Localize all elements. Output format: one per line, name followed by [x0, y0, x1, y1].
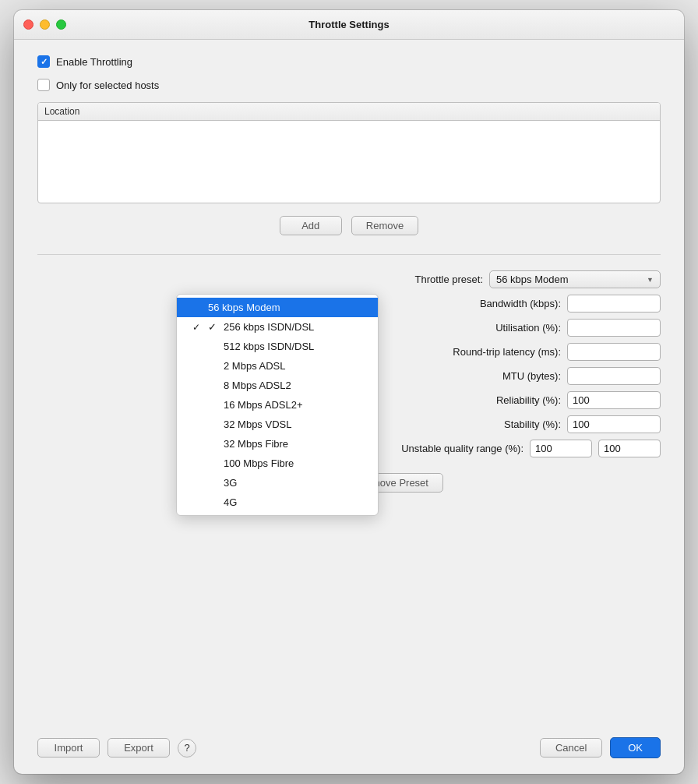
preset-dropdown-menu: 56 kbps Modem✓256 kbps ISDN/DSL512 kbps … — [176, 294, 379, 516]
table-actions: Add Remove — [37, 216, 661, 235]
reliability-input[interactable] — [567, 391, 661, 409]
latency-input[interactable] — [567, 343, 661, 361]
enable-throttling-label: Enable Throttling — [56, 56, 132, 68]
dropdown-item[interactable]: 100 Mbps Fibre — [177, 454, 378, 473]
hosts-table-body[interactable] — [38, 121, 660, 199]
utilisation-input[interactable] — [567, 319, 661, 337]
main-content: Enable Throttling Only for selected host… — [14, 40, 684, 725]
throttle-settings-window: Throttle Settings Enable Throttling Only… — [14, 10, 684, 774]
dropdown-item[interactable]: 16 Mbps ADSL2+ — [177, 395, 378, 415]
enable-throttling-checkbox[interactable] — [37, 55, 50, 68]
bandwidth-input[interactable] — [567, 295, 661, 313]
enable-throttling-row: Enable Throttling — [37, 55, 661, 68]
ok-button[interactable]: OK — [610, 737, 661, 758]
latency-label: Round-trip latency (ms): — [405, 346, 561, 358]
only-selected-hosts-label: Only for selected hosts — [56, 79, 159, 91]
throttle-preset-row: Throttle preset: 56 kbps Modem 56 kbps M… — [37, 270, 661, 288]
stability-label: Stability (%): — [405, 418, 561, 430]
title-bar: Throttle Settings — [14, 10, 684, 40]
only-selected-hosts-checkbox[interactable] — [37, 79, 50, 91]
bottom-bar: Import Export ? Cancel OK — [14, 725, 684, 774]
throttle-preset-select[interactable]: 56 kbps Modem — [489, 270, 661, 288]
unstable-quality-input1[interactable] — [530, 440, 592, 457]
only-selected-hosts-row: Only for selected hosts — [37, 79, 661, 91]
hosts-table-header: Location — [38, 103, 660, 121]
settings-area: Throttle preset: 56 kbps Modem 56 kbps M… — [37, 270, 661, 457]
mtu-input[interactable] — [567, 367, 661, 385]
bottom-left-controls: Import Export ? — [37, 738, 196, 758]
dropdown-item[interactable]: 512 kbps ISDN/DSL — [177, 337, 378, 356]
dropdown-item[interactable]: 32 Mbps Fibre — [177, 434, 378, 454]
bandwidth-label: Bandwidth (kbps): — [405, 298, 561, 309]
divider — [37, 254, 661, 255]
remove-button[interactable]: Remove — [351, 216, 418, 235]
close-button[interactable] — [23, 19, 33, 30]
cancel-button[interactable]: Cancel — [540, 738, 602, 758]
dropdown-item[interactable]: 3G — [177, 473, 378, 493]
hosts-table: Location — [37, 102, 661, 203]
export-button[interactable]: Export — [108, 738, 170, 758]
bottom-right-controls: Cancel OK — [540, 737, 661, 758]
unstable-quality-input2[interactable] — [598, 440, 661, 457]
import-button[interactable]: Import — [37, 738, 100, 758]
throttle-preset-container: 56 kbps Modem — [489, 270, 661, 288]
dropdown-item[interactable]: 4G — [177, 493, 378, 512]
help-button[interactable]: ? — [178, 739, 196, 758]
window-controls — [23, 19, 66, 30]
unstable-quality-label: Unstable quality range (%): — [368, 443, 524, 454]
dropdown-item[interactable]: 2 Mbps ADSL — [177, 356, 378, 376]
stability-input[interactable] — [567, 415, 661, 433]
dropdown-item[interactable]: 32 Mbps VDSL — [177, 415, 378, 434]
dropdown-item[interactable]: 56 kbps Modem — [177, 298, 378, 317]
location-column-header: Location — [44, 106, 79, 117]
mtu-label: MTU (bytes): — [405, 370, 561, 382]
reliability-label: Reliability (%): — [405, 394, 561, 406]
minimize-button[interactable] — [40, 19, 50, 30]
window-title: Throttle Settings — [308, 19, 389, 30]
utilisation-label: Utilisation (%): — [405, 322, 561, 334]
dropdown-item[interactable]: 8 Mbps ADSL2 — [177, 376, 378, 395]
add-button[interactable]: Add — [280, 216, 342, 235]
maximize-button[interactable] — [56, 19, 66, 30]
dropdown-item[interactable]: ✓256 kbps ISDN/DSL — [177, 317, 378, 337]
throttle-preset-label: Throttle preset: — [327, 274, 483, 285]
